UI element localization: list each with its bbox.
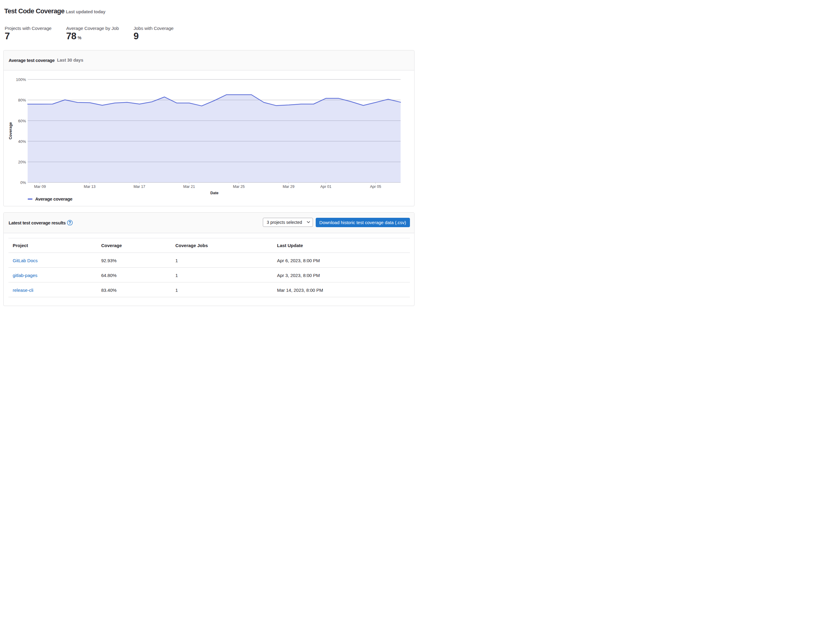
table-row: gitlab-pages64.80%1Apr 3, 2023, 8:00 PM [8,267,410,282]
stat-projects-with-coverage: Projects with Coverage 7 [5,26,52,41]
last-update-cell: Apr 6, 2023, 8:00 PM [273,253,410,267]
x-tick-label: Apr 05 [370,185,381,189]
stat-unit: % [78,35,81,40]
column-header-last-update: Last Update [273,238,410,253]
page-subtitle: Last updated today [66,10,106,14]
x-tick-label: Mar 29 [283,185,294,189]
project-link[interactable]: gitlab-pages [13,273,37,278]
jobs-cell: 1 [171,253,273,267]
y-tick-label: 60% [18,118,26,123]
x-tick-label: Mar 13 [84,185,96,189]
project-link[interactable]: GitLab Docs [13,258,38,263]
project-link[interactable]: release-cli [13,287,33,293]
table-body: GitLab Docs92.93%1Apr 6, 2023, 8:00 PMgi… [8,253,410,297]
results-card-header: Latest test coverage results 3 projects … [3,213,414,233]
last-update-cell: Mar 14, 2023, 8:00 PM [273,282,410,297]
chart-card-header: Average test coverage Last 30 days [3,50,414,70]
latest-test-coverage-results-card: Latest test coverage results 3 projects … [3,213,414,306]
coverage-cell: 92.93% [97,253,171,267]
x-tick-label: Apr 01 [320,185,331,189]
page-title: Test Code Coverage [4,7,64,15]
area-fill [28,94,401,182]
stat-label: Average Coverage by Job [66,26,119,31]
stat-jobs-with-coverage: Jobs with Coverage 9 [133,26,174,41]
legend-swatch[interactable] [28,198,32,200]
y-tick-label: 20% [18,160,26,164]
coverage-area-chart[interactable]: 0%20%40%60%80%100%Mar 09Mar 13Mar 17Mar … [3,70,415,206]
results-card-title: Latest test coverage results [9,220,66,225]
table-header: ProjectCoverageCoverage JobsLast Update [8,238,410,253]
projects-select-dropdown[interactable]: 3 projects selected [263,218,313,227]
download-csv-button[interactable]: Download historic test coverage data (.c… [316,218,410,227]
y-tick-label: 40% [18,139,26,143]
y-tick-label: 0% [20,180,26,185]
table-row: GitLab Docs92.93%1Apr 6, 2023, 8:00 PM [8,253,410,267]
stat-label: Projects with Coverage [5,26,52,31]
coverage-results-table: ProjectCoverageCoverage JobsLast Update … [8,238,410,297]
jobs-cell: 1 [171,282,273,297]
jobs-cell: 1 [171,267,273,282]
stat-average-coverage-by-job: Average Coverage by Job 78 % [66,26,119,41]
column-header-coverage-jobs: Coverage Jobs [171,238,273,253]
help-question-icon[interactable] [67,220,73,225]
stat-value: 7 [5,31,10,41]
x-axis-name: Date [210,191,218,195]
column-header-project: Project [8,238,97,253]
table-row: release-cli83.40%1Mar 14, 2023, 8:00 PM [8,282,410,297]
table-header-row: ProjectCoverageCoverage JobsLast Update [8,238,410,253]
y-tick-label: 80% [18,98,26,102]
last-update-cell: Apr 3, 2023, 8:00 PM [273,267,410,282]
x-tick-label: Mar 21 [183,185,195,189]
chart-card-title: Average test coverage [9,58,55,63]
stat-label: Jobs with Coverage [133,26,174,31]
x-tick-label: Mar 09 [34,185,46,189]
stat-value: 78 [66,31,76,41]
average-test-coverage-card: Average test coverage Last 30 days 0%20%… [3,50,414,206]
chevron-down-icon [306,220,310,225]
coverage-cell: 64.80% [97,267,171,282]
coverage-chart: 0%20%40%60%80%100%Mar 09Mar 13Mar 17Mar … [3,70,414,206]
projects-select-label: 3 projects selected [267,220,302,225]
page-header: Test Code Coverage Last updated today [4,7,106,15]
stat-value: 9 [133,31,139,41]
y-axis-name: Coverage [8,122,13,139]
x-tick-label: Mar 25 [233,185,245,189]
column-header-coverage: Coverage [97,238,171,253]
x-tick-label: Mar 17 [133,185,145,189]
chart-card-period: Last 30 days [57,58,83,63]
y-tick-label: 100% [16,77,26,82]
legend-label[interactable]: Average coverage [35,196,73,201]
coverage-cell: 83.40% [97,282,171,297]
